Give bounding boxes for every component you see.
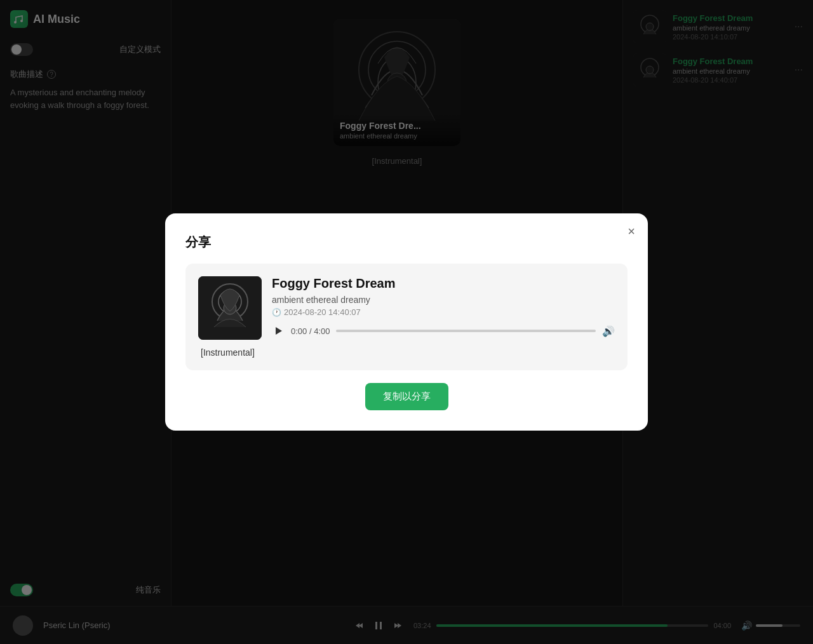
modal-album-thumb (198, 276, 262, 340)
modal-player-time: 0:00 / 4:00 (291, 326, 330, 336)
modal-song-title: Foggy Forest Dream (272, 276, 615, 291)
modal-card: Foggy Forest Dream ambient ethereal drea… (185, 264, 628, 370)
modal-song-tags: ambient ethereal dreamy (272, 295, 615, 305)
modal-song-date: 🕐 2024-08-20 14:40:07 (272, 307, 615, 317)
modal-play-button[interactable] (272, 325, 285, 337)
modal-title: 分享 (185, 234, 628, 251)
modal-song-info: Foggy Forest Dream ambient ethereal drea… (272, 276, 615, 337)
modal-card-top: Foggy Forest Dream ambient ethereal drea… (198, 276, 615, 340)
modal-close-button[interactable]: × (628, 225, 635, 238)
svg-marker-19 (276, 327, 282, 335)
modal-volume-icon: 🔊 (602, 325, 615, 337)
modal-overlay[interactable]: 分享 × Foggy Forest Dream (0, 0, 813, 644)
share-modal: 分享 × Foggy Forest Dream (165, 213, 648, 431)
modal-lyrics: [Instrumental] (198, 347, 615, 358)
share-copy-button[interactable]: 复制以分享 (365, 383, 448, 410)
modal-player-row: 0:00 / 4:00 🔊 (272, 325, 615, 337)
modal-progress-bar[interactable] (336, 330, 596, 332)
